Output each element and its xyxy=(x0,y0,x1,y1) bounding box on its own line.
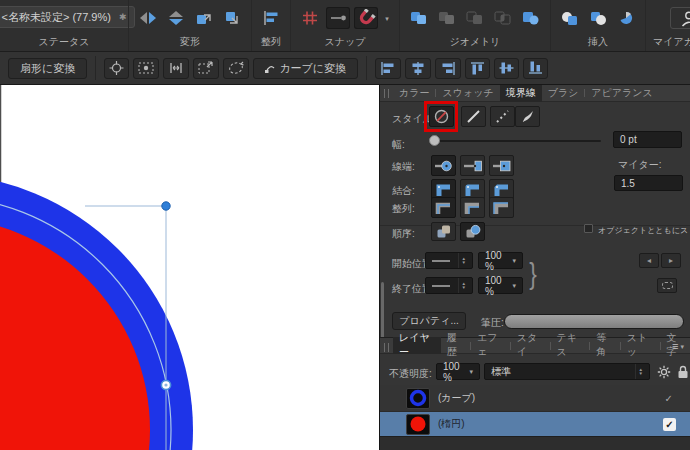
cap-butt-button[interactable] xyxy=(460,155,485,176)
tab-history[interactable]: 履歴 xyxy=(441,337,471,354)
insert-inside-button[interactable] xyxy=(558,7,582,29)
layer-visibility-checkbox[interactable]: ✓ xyxy=(663,418,676,431)
move-forward-button[interactable] xyxy=(192,7,216,29)
document-tab[interactable]: <名称未設定> (77.9%) ✱ xyxy=(0,6,135,28)
boolean-combine-button[interactable] xyxy=(519,7,543,29)
convert-to-pie-button[interactable]: 扇形に変換 xyxy=(8,58,87,79)
panel-drag-handle[interactable] xyxy=(384,343,389,352)
stepper-down-icon[interactable]: ▼ xyxy=(639,372,643,376)
stroke-style-dashed-button[interactable] xyxy=(490,106,515,127)
tab-stroke[interactable]: 境界線 xyxy=(500,85,542,102)
slider-track[interactable] xyxy=(429,140,601,142)
insert-behind-button[interactable] xyxy=(586,7,610,29)
stroke-style-none-button[interactable] xyxy=(429,106,454,127)
tab-effects[interactable]: エフェ xyxy=(471,337,510,354)
align-left-button[interactable] xyxy=(375,58,401,79)
tab-text-styles[interactable]: テキス xyxy=(551,337,590,354)
insert-ontop-button[interactable] xyxy=(614,7,638,29)
opacity-field[interactable]: 100 % ▾ xyxy=(436,363,480,380)
stroke-align-inside-button[interactable] xyxy=(460,197,485,218)
curve-thumbnail-shape xyxy=(409,389,427,407)
properties-button[interactable]: プロパティ... xyxy=(392,312,466,330)
align-middle-button[interactable] xyxy=(494,58,519,79)
dash-options-button[interactable] xyxy=(657,278,677,293)
alignment-button[interactable] xyxy=(259,7,283,29)
selection-handle-top[interactable] xyxy=(162,202,170,210)
divider xyxy=(366,56,367,80)
tab-styles[interactable]: スタイ xyxy=(511,337,550,354)
stepper-down-icon[interactable]: ▼ xyxy=(462,286,466,290)
blend-options-button[interactable] xyxy=(657,365,671,381)
cap-round-button[interactable] xyxy=(431,155,456,176)
grid-button[interactable] xyxy=(298,7,322,29)
stroke-style-texture-button[interactable] xyxy=(515,106,540,127)
profile-preview xyxy=(432,259,450,263)
boolean-subtract-button[interactable] xyxy=(435,7,459,29)
stroke-align-center-button[interactable] xyxy=(431,197,456,218)
boolean-intersect-button[interactable] xyxy=(463,7,487,29)
arrow-right-icon: ▸ xyxy=(669,257,673,265)
scale-with-object-label: オブジェクトとともにスケーリング xyxy=(598,225,688,236)
move-backward-button[interactable] xyxy=(220,7,244,29)
transform-objects-separately-button[interactable] xyxy=(193,58,219,79)
selection-handle-side-dot xyxy=(164,383,167,386)
tab-isometric[interactable]: 等角 xyxy=(590,337,620,354)
tab-appearance[interactable]: アピアランス xyxy=(585,85,658,102)
stroke-width-slider[interactable] xyxy=(429,135,601,147)
panel-menu-button[interactable]: ≡▾ xyxy=(672,340,684,352)
stepper-down-icon[interactable]: ▼ xyxy=(462,261,466,265)
stroke-style-solid-button[interactable] xyxy=(461,106,486,127)
scale-with-object-checkbox[interactable] xyxy=(584,224,593,233)
boolean-add-button[interactable] xyxy=(407,7,431,29)
cycle-selection-box-button[interactable] xyxy=(223,58,249,79)
toolbar-group-transform: 変形 xyxy=(128,0,251,51)
end-pressure-profile-dropdown[interactable]: ▲▼ xyxy=(425,277,473,294)
swap-start-button[interactable]: ◂ xyxy=(639,253,659,268)
flip-vertical-button[interactable] xyxy=(164,7,188,29)
miter-field[interactable]: 1.5 xyxy=(614,175,683,191)
layer-thumbnail[interactable] xyxy=(406,388,430,409)
tab-brushes[interactable]: ブラシ xyxy=(542,85,585,102)
blend-mode-dropdown[interactable]: 標準 ▲▼ xyxy=(484,363,650,380)
node-icon xyxy=(265,63,275,73)
hide-selection-button[interactable] xyxy=(133,58,159,79)
align-center-button[interactable] xyxy=(405,58,431,79)
stroke-order-behind-button[interactable] xyxy=(431,222,456,241)
snapping-button[interactable] xyxy=(354,7,378,29)
dashed-box-icon xyxy=(662,282,673,289)
slider-knob[interactable] xyxy=(429,135,440,146)
layer-thumbnail[interactable] xyxy=(406,414,430,435)
tab-color[interactable]: カラー xyxy=(393,85,435,102)
layer-row-ellipse-selected[interactable]: (楕円) ✓ xyxy=(380,412,690,436)
toolbar-group-account: マイアカウント xyxy=(645,0,690,51)
layer-row-curve[interactable]: (カーブ) ✓ xyxy=(380,385,690,412)
swap-end-button[interactable]: ▸ xyxy=(661,253,681,268)
canvas[interactable] xyxy=(0,85,379,450)
boolean-divide-button[interactable] xyxy=(491,7,515,29)
start-position-field[interactable]: 100 % ▾ xyxy=(478,252,523,269)
stroke-order-front-button[interactable] xyxy=(460,222,485,241)
my-account-button[interactable] xyxy=(670,7,690,29)
align-bottom-button[interactable] xyxy=(523,58,548,79)
stroke-width-field[interactable]: 0 pt xyxy=(613,131,682,148)
stroke-align-outside-button[interactable] xyxy=(489,197,514,218)
show-alignment-handles-button[interactable] xyxy=(163,58,189,79)
cap-square-button[interactable] xyxy=(489,155,514,176)
panel-drag-handle[interactable] xyxy=(384,89,389,98)
align-top-button[interactable] xyxy=(465,58,490,79)
end-position-field[interactable]: 100 % ▾ xyxy=(478,277,523,294)
tab-layers[interactable]: レイヤー xyxy=(393,337,441,354)
start-pressure-profile-dropdown[interactable]: ▲▼ xyxy=(425,252,473,269)
chevron-down-icon: ▾ xyxy=(385,15,389,22)
tab-stock[interactable]: ストッ xyxy=(621,337,660,354)
transform-origin-button[interactable] xyxy=(104,58,129,79)
tab-swatches[interactable]: スウォッチ xyxy=(436,85,499,102)
snapping-options-dropdown[interactable]: ▾ xyxy=(382,7,392,29)
pressure-profile-editor[interactable] xyxy=(504,314,684,329)
layer-visibility-check[interactable]: ✓ xyxy=(665,393,673,404)
snap-midpoint-button[interactable] xyxy=(326,7,350,29)
lock-button[interactable] xyxy=(677,365,689,381)
align-right-button[interactable] xyxy=(435,58,461,79)
convert-to-curves-button[interactable]: カーブに変換 xyxy=(253,58,358,79)
flip-horizontal-button[interactable] xyxy=(136,7,160,29)
